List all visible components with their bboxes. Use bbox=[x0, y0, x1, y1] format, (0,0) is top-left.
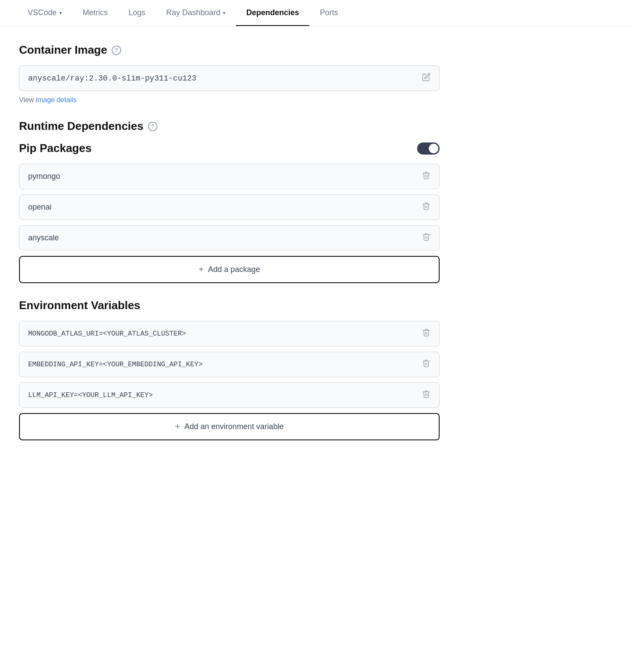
env-value-embedding-api-key: EMBEDDING_API_KEY=<YOUR_EMBEDDING_API_KE… bbox=[28, 361, 422, 368]
container-image-input-row: anyscale/ray:2.30.0-slim-py311-cu123 bbox=[19, 65, 440, 91]
view-link-prefix: View bbox=[19, 96, 36, 103]
package-row-pymongo: pymongo bbox=[19, 164, 440, 189]
add-env-variable-button[interactable]: + Add an environment variable bbox=[19, 413, 440, 440]
main-content: Container Image ? anyscale/ray:2.30.0-sl… bbox=[0, 26, 459, 473]
package-name-anyscale: anyscale bbox=[28, 233, 422, 242]
pip-packages-toggle[interactable] bbox=[417, 142, 440, 155]
plus-icon-env: + bbox=[175, 422, 180, 432]
delete-embedding-api-key-button[interactable] bbox=[422, 359, 431, 370]
container-image-section-title: Container Image ? bbox=[19, 43, 440, 57]
plus-icon: + bbox=[199, 265, 204, 275]
delete-anyscale-button[interactable] bbox=[422, 233, 431, 243]
add-package-label: Add a package bbox=[208, 265, 260, 274]
edit-icon[interactable] bbox=[422, 73, 431, 84]
chevron-down-icon: ▾ bbox=[59, 10, 62, 16]
navigation-bar: VSCode ▾ Metrics Logs Ray Dashboard ▾ De… bbox=[0, 0, 630, 26]
nav-item-logs[interactable]: Logs bbox=[118, 0, 156, 26]
toggle-track bbox=[417, 142, 440, 155]
package-name-openai: openai bbox=[28, 203, 422, 212]
toggle-knob bbox=[429, 144, 438, 153]
env-variables-section-title: Environment Variables bbox=[19, 299, 440, 312]
pip-packages-title: Pip Packages bbox=[19, 142, 92, 155]
runtime-dependencies-title-text: Runtime Dependencies bbox=[19, 120, 144, 133]
view-image-details-link-container: View image details bbox=[19, 96, 440, 104]
container-image-help-icon[interactable]: ? bbox=[112, 45, 121, 55]
nav-item-dependencies[interactable]: Dependencies bbox=[236, 0, 309, 26]
nav-label-ports: Ports bbox=[320, 8, 338, 17]
nav-label-vscode: VSCode bbox=[28, 8, 57, 17]
env-row-llm-api-key: LLM_API_KEY=<YOUR_LLM_API_KEY> bbox=[19, 382, 440, 408]
env-row-embedding-api-key: EMBEDDING_API_KEY=<YOUR_EMBEDDING_API_KE… bbox=[19, 352, 440, 377]
nav-label-logs: Logs bbox=[129, 8, 145, 17]
nav-item-vscode[interactable]: VSCode ▾ bbox=[17, 0, 72, 26]
package-name-pymongo: pymongo bbox=[28, 172, 422, 181]
package-row-openai: openai bbox=[19, 194, 440, 220]
add-env-label: Add an environment variable bbox=[184, 422, 283, 431]
env-value-mongodb: MONGODB_ATLAS_URI=<YOUR_ATLAS_CLUSTER> bbox=[28, 330, 422, 338]
pip-packages-header: Pip Packages bbox=[19, 142, 440, 155]
nav-item-metrics[interactable]: Metrics bbox=[72, 0, 118, 26]
delete-pymongo-button[interactable] bbox=[422, 171, 431, 182]
nav-item-ray-dashboard[interactable]: Ray Dashboard ▾ bbox=[156, 0, 236, 26]
package-row-anyscale: anyscale bbox=[19, 225, 440, 251]
image-details-link[interactable]: image details bbox=[36, 96, 77, 103]
delete-llm-api-key-button[interactable] bbox=[422, 390, 431, 401]
nav-item-ports[interactable]: Ports bbox=[309, 0, 348, 26]
env-value-llm-api-key: LLM_API_KEY=<YOUR_LLM_API_KEY> bbox=[28, 391, 422, 399]
delete-mongodb-button[interactable] bbox=[422, 328, 431, 339]
delete-openai-button[interactable] bbox=[422, 202, 431, 213]
env-row-mongodb: MONGODB_ATLAS_URI=<YOUR_ATLAS_CLUSTER> bbox=[19, 321, 440, 346]
chevron-down-icon-ray: ▾ bbox=[223, 10, 225, 16]
container-image-value: anyscale/ray:2.30.0-slim-py311-cu123 bbox=[28, 74, 422, 83]
runtime-dependencies-help-icon[interactable]: ? bbox=[148, 122, 158, 131]
nav-label-dependencies: Dependencies bbox=[246, 8, 299, 17]
runtime-dependencies-section-title: Runtime Dependencies ? bbox=[19, 120, 440, 133]
nav-label-metrics: Metrics bbox=[83, 8, 108, 17]
add-package-button[interactable]: + Add a package bbox=[19, 256, 440, 283]
container-image-title-text: Container Image bbox=[19, 43, 107, 57]
env-variables-title-text: Environment Variables bbox=[19, 299, 140, 312]
nav-label-ray-dashboard: Ray Dashboard bbox=[166, 8, 220, 17]
